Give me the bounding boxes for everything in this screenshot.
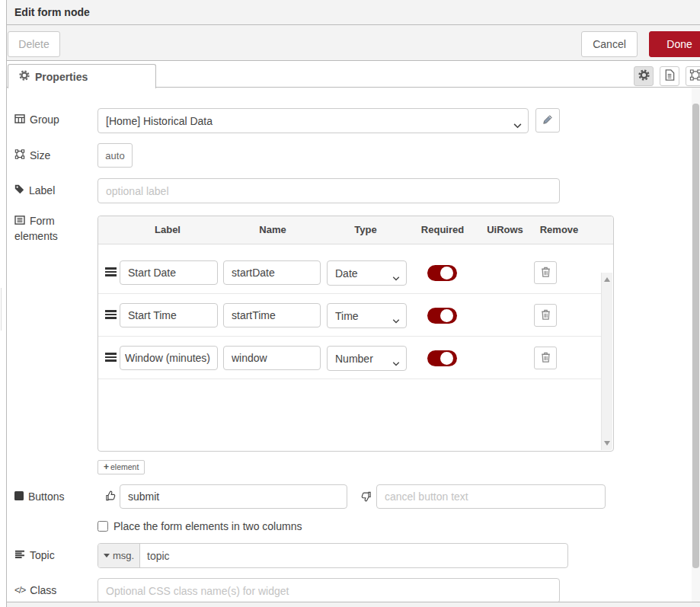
chevron-down-icon xyxy=(392,271,400,283)
add-element-button[interactable]: +element xyxy=(97,460,145,474)
topic-value[interactable]: topic xyxy=(140,544,567,567)
label-field-label: Label xyxy=(14,184,55,196)
class-input[interactable] xyxy=(97,578,560,603)
topic-typed-input: msg. topic xyxy=(97,543,568,568)
scroll-down-arrow[interactable] xyxy=(604,441,610,446)
drag-handle-icon[interactable] xyxy=(105,267,117,276)
document-icon xyxy=(664,69,675,83)
dialog-left-border xyxy=(6,0,7,607)
msg-type-button[interactable]: msg. xyxy=(98,544,140,567)
table-scrollbar[interactable] xyxy=(601,273,612,450)
element-label-input[interactable] xyxy=(120,303,218,327)
element-type-select[interactable]: Date xyxy=(327,260,407,286)
drag-handle-icon[interactable] xyxy=(105,310,117,319)
remove-element-button[interactable] xyxy=(534,261,557,284)
element-name-input[interactable] xyxy=(223,346,321,370)
trash-icon xyxy=(541,352,551,365)
form-elements-field-label-line2: elements xyxy=(14,230,58,242)
required-toggle[interactable] xyxy=(427,265,457,281)
page-scrollbar[interactable] xyxy=(692,88,700,602)
bars-icon xyxy=(14,549,25,561)
column-header-remove: Remove xyxy=(540,224,579,235)
delete-button[interactable]: Delete xyxy=(8,31,60,57)
form-elements-list: Date Time xyxy=(98,244,613,451)
row-separator xyxy=(98,336,603,337)
form-elements-table: Label Name Type Required UiRows Remove D… xyxy=(97,216,614,452)
resize-icon xyxy=(14,149,25,161)
cog-icon xyxy=(19,70,30,83)
toggle-knob xyxy=(440,309,453,322)
cog-icon xyxy=(638,69,650,83)
scroll-up-arrow[interactable] xyxy=(604,277,610,282)
footer-strip xyxy=(7,602,700,607)
toggle-knob xyxy=(440,267,453,280)
two-columns-checkbox[interactable] xyxy=(97,521,108,532)
tag-icon xyxy=(14,184,24,196)
thumbs-down-icon xyxy=(360,490,372,505)
label-input[interactable] xyxy=(97,178,560,203)
submit-button-text-input[interactable] xyxy=(120,484,347,509)
cancel-button[interactable]: Cancel xyxy=(581,31,638,57)
pencil-icon xyxy=(542,114,553,127)
column-header-required: Required xyxy=(421,224,464,235)
row-separator xyxy=(98,379,603,379)
dialog-header: Edit form node xyxy=(7,0,700,25)
chevron-down-icon xyxy=(392,314,400,326)
column-header-type: Type xyxy=(354,224,376,235)
buttons-field-label: Buttons xyxy=(14,490,64,503)
form-elements-header: Label Name Type Required UiRows Remove xyxy=(98,216,613,244)
two-columns-row: Place the form elements in two columns xyxy=(97,520,302,532)
dialog-title: Edit form node xyxy=(14,6,90,18)
form-element-row: Date xyxy=(98,254,603,292)
thumbs-up-icon xyxy=(105,490,117,504)
caret-down-icon xyxy=(104,554,110,557)
list-alt-icon xyxy=(14,215,25,227)
chevron-down-icon xyxy=(513,119,522,131)
page-scrollbar-thumb[interactable] xyxy=(692,104,699,568)
edit-group-button[interactable] xyxy=(535,108,560,133)
properties-icon-button[interactable] xyxy=(634,66,654,86)
toggle-knob xyxy=(440,352,453,365)
element-name-input[interactable] xyxy=(223,303,321,327)
class-field-label: </> Class xyxy=(14,584,56,596)
sidebar-grip xyxy=(1,288,2,331)
group-field-label: Group xyxy=(14,113,59,126)
element-label-input[interactable] xyxy=(120,260,218,285)
trash-icon xyxy=(541,267,551,280)
cancel-button-text-input[interactable] xyxy=(376,484,606,509)
description-icon-button[interactable] xyxy=(660,66,679,86)
element-type-select[interactable]: Number xyxy=(327,346,407,371)
remove-element-button[interactable] xyxy=(534,304,557,327)
element-type-select[interactable]: Time xyxy=(327,303,407,328)
form-elements-field-label: Form xyxy=(14,215,55,227)
done-button[interactable]: Done xyxy=(649,31,700,57)
size-button[interactable]: auto xyxy=(97,143,133,168)
object-group-icon xyxy=(689,69,700,83)
editor-tabbar: Properties xyxy=(7,61,700,88)
dialog-toolbar: Delete Cancel Done xyxy=(7,25,700,61)
form-element-row: Time xyxy=(98,296,603,334)
square-icon xyxy=(14,490,24,503)
row-separator xyxy=(98,293,603,294)
remove-element-button[interactable] xyxy=(534,347,557,369)
appearance-icon-button[interactable] xyxy=(686,66,700,86)
code-icon: </> xyxy=(14,585,25,596)
properties-panel: Group [Home] Historical Data Size auto L… xyxy=(7,88,700,602)
element-name-input[interactable] xyxy=(223,260,321,285)
column-header-label: Label xyxy=(155,224,181,235)
table-icon xyxy=(14,113,25,126)
trash-icon xyxy=(541,309,551,322)
topic-field-label: Topic xyxy=(14,549,55,561)
required-toggle[interactable] xyxy=(427,308,457,324)
size-field-label: Size xyxy=(14,149,50,161)
drag-handle-icon[interactable] xyxy=(105,353,117,362)
group-select[interactable]: [Home] Historical Data xyxy=(97,108,529,133)
column-header-uirows: UiRows xyxy=(487,224,523,235)
chevron-down-icon xyxy=(392,356,400,369)
required-toggle[interactable] xyxy=(427,350,457,366)
column-header-name: Name xyxy=(259,224,286,235)
tab-properties[interactable]: Properties xyxy=(8,64,156,88)
tab-properties-label: Properties xyxy=(35,71,88,83)
element-label-input[interactable] xyxy=(120,346,218,370)
form-element-row: Number xyxy=(98,339,603,377)
